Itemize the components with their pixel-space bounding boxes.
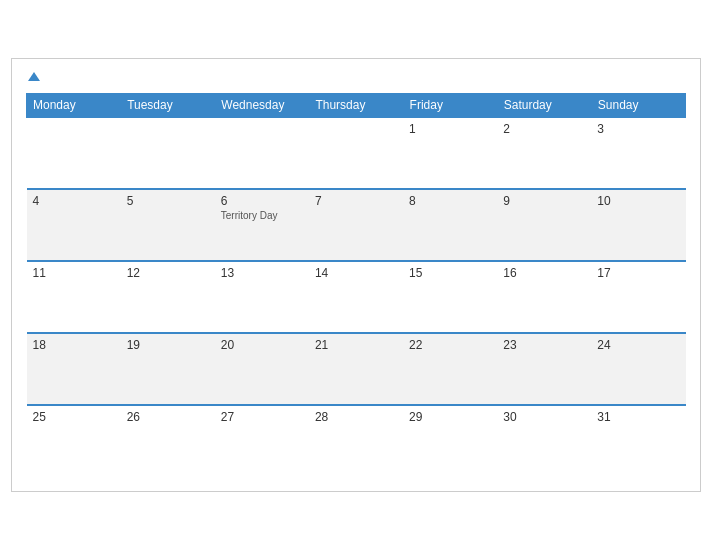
day-number: 31	[597, 410, 679, 424]
calendar-cell: 27	[215, 405, 309, 477]
day-number: 14	[315, 266, 397, 280]
day-number: 27	[221, 410, 303, 424]
calendar-cell: 25	[27, 405, 121, 477]
day-number: 13	[221, 266, 303, 280]
calendar-cell: 28	[309, 405, 403, 477]
calendar-cell	[27, 117, 121, 189]
day-header-tuesday: Tuesday	[121, 94, 215, 118]
day-number: 28	[315, 410, 397, 424]
week-row-0: 123	[27, 117, 686, 189]
logo	[26, 69, 40, 83]
week-row-2: 11121314151617	[27, 261, 686, 333]
day-number: 8	[409, 194, 491, 208]
day-number: 23	[503, 338, 585, 352]
calendar-cell: 24	[591, 333, 685, 405]
week-row-1: 456Territory Day78910	[27, 189, 686, 261]
calendar-cell: 4	[27, 189, 121, 261]
calendar-cell: 26	[121, 405, 215, 477]
calendar-cell: 15	[403, 261, 497, 333]
calendar-cell: 8	[403, 189, 497, 261]
day-number: 5	[127, 194, 209, 208]
calendar-cell: 7	[309, 189, 403, 261]
day-header-thursday: Thursday	[309, 94, 403, 118]
calendar-cell: 16	[497, 261, 591, 333]
calendar-cell	[309, 117, 403, 189]
day-number: 21	[315, 338, 397, 352]
calendar-grid: MondayTuesdayWednesdayThursdayFridaySatu…	[26, 93, 686, 477]
calendar-cell: 29	[403, 405, 497, 477]
calendar-cell: 30	[497, 405, 591, 477]
day-number: 3	[597, 122, 679, 136]
logo-general	[26, 69, 40, 83]
calendar-cell: 14	[309, 261, 403, 333]
calendar-cell: 10	[591, 189, 685, 261]
day-header-sunday: Sunday	[591, 94, 685, 118]
day-event: Territory Day	[221, 210, 278, 221]
day-number: 19	[127, 338, 209, 352]
calendar-cell: 17	[591, 261, 685, 333]
logo-triangle-icon	[28, 72, 40, 81]
calendar-cell: 22	[403, 333, 497, 405]
calendar-cell: 18	[27, 333, 121, 405]
week-row-4: 25262728293031	[27, 405, 686, 477]
day-header-wednesday: Wednesday	[215, 94, 309, 118]
calendar-cell: 9	[497, 189, 591, 261]
calendar-cell: 21	[309, 333, 403, 405]
calendar-cell: 23	[497, 333, 591, 405]
calendar-header	[26, 69, 686, 83]
week-row-3: 18192021222324	[27, 333, 686, 405]
calendar-cell	[121, 117, 215, 189]
day-header-friday: Friday	[403, 94, 497, 118]
day-number: 6	[221, 194, 303, 208]
day-number: 1	[409, 122, 491, 136]
day-number: 4	[33, 194, 115, 208]
calendar-cell: 13	[215, 261, 309, 333]
day-number: 2	[503, 122, 585, 136]
calendar-cell: 11	[27, 261, 121, 333]
calendar-cell: 19	[121, 333, 215, 405]
day-number: 10	[597, 194, 679, 208]
day-number: 16	[503, 266, 585, 280]
day-number: 20	[221, 338, 303, 352]
calendar-cell: 3	[591, 117, 685, 189]
day-number: 29	[409, 410, 491, 424]
calendar-cell: 31	[591, 405, 685, 477]
calendar-cell: 5	[121, 189, 215, 261]
day-number: 17	[597, 266, 679, 280]
day-number: 22	[409, 338, 491, 352]
day-number: 24	[597, 338, 679, 352]
days-header-row: MondayTuesdayWednesdayThursdayFridaySatu…	[27, 94, 686, 118]
day-number: 11	[33, 266, 115, 280]
calendar-cell: 2	[497, 117, 591, 189]
day-header-monday: Monday	[27, 94, 121, 118]
day-number: 26	[127, 410, 209, 424]
day-number: 30	[503, 410, 585, 424]
day-number: 12	[127, 266, 209, 280]
calendar-cell: 6Territory Day	[215, 189, 309, 261]
day-number: 25	[33, 410, 115, 424]
calendar-cell: 20	[215, 333, 309, 405]
day-number: 7	[315, 194, 397, 208]
calendar-container: MondayTuesdayWednesdayThursdayFridaySatu…	[11, 58, 701, 492]
calendar-cell: 1	[403, 117, 497, 189]
day-number: 15	[409, 266, 491, 280]
calendar-cell	[215, 117, 309, 189]
day-number: 9	[503, 194, 585, 208]
calendar-cell: 12	[121, 261, 215, 333]
day-number: 18	[33, 338, 115, 352]
day-header-saturday: Saturday	[497, 94, 591, 118]
